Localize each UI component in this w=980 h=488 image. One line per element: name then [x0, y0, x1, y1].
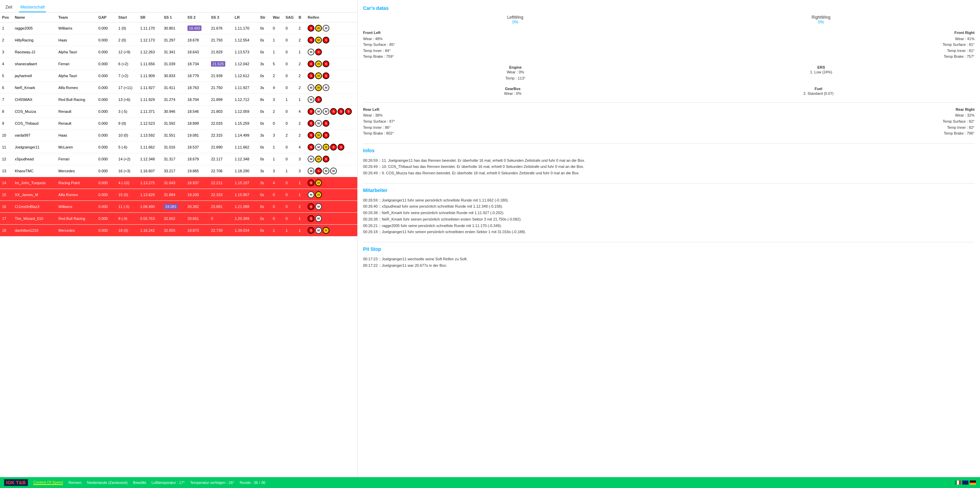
cell-ss3: 21.676 — [209, 22, 232, 34]
cell-reifen: SM — [305, 213, 357, 225]
tire-badge: M — [308, 156, 314, 162]
cell-sr: 1.13.620 — [138, 189, 162, 201]
cell-b: 2 — [297, 34, 306, 46]
cell-str: 0s — [258, 70, 270, 82]
tire-badge: S — [315, 168, 322, 174]
col-header-name: Name — [13, 13, 56, 22]
tire-badge: S — [308, 25, 314, 32]
cell-str: 0s — [258, 46, 270, 58]
cell-ss2: 20.382 — [185, 201, 209, 213]
cell-name: Cr1ms0nBlaz3 — [13, 201, 56, 213]
tire-badge: M — [323, 25, 329, 32]
cell-ss3: 0 — [209, 213, 232, 225]
info-line: 00:17:22 :: Joelgrainger11 war 20.677s i… — [363, 262, 975, 269]
cell-ss3: 23.881 — [209, 201, 232, 213]
cell-ss2: 18.679 — [185, 153, 209, 165]
infos-title: Infos — [363, 148, 975, 153]
cell-pos: 6 — [0, 82, 13, 94]
cell-start: 10 (0) — [116, 130, 138, 141]
cell-start: 15 (0) — [116, 189, 138, 201]
cell-reifen: SMS — [305, 117, 357, 130]
cell-pos: 16 — [0, 201, 13, 213]
table-row[interactable]: 12 xSpudhead Ferrari 0.000 14 (+2) 1.12.… — [0, 153, 357, 165]
tab-zeit[interactable]: Zeit — [4, 3, 14, 12]
cell-sr: 1.11.170 — [138, 22, 162, 34]
cell-lr: 1.13.573 — [233, 46, 258, 58]
table-row[interactable]: 1 ragge2005 Williams 0.000 1 (0) 1.11.17… — [0, 22, 357, 34]
left-wing: LeftWing 0% — [508, 15, 523, 24]
cell-b: 2 — [297, 70, 306, 82]
engine-item: Engine Wear : 0% Temp : 113° — [505, 65, 525, 81]
tire-badge: M — [315, 144, 322, 151]
cell-ss1: 31.317 — [162, 153, 185, 165]
cell-reifen: SH — [305, 177, 357, 189]
rear-right-temp-inner: Temp Inner : 82° — [943, 125, 975, 131]
cell-war: 1 — [271, 34, 283, 46]
tire-badge: M — [323, 108, 329, 115]
cell-ss3: 22.033 — [209, 117, 232, 130]
cell-ss2: 18.779 — [185, 70, 209, 82]
cell-war: 0 — [271, 189, 283, 201]
cell-b: 2 — [297, 82, 306, 94]
cell-ss1: 31.411 — [162, 82, 185, 94]
cell-ss1: 31.884 — [162, 189, 185, 201]
tire-badge: S — [337, 108, 344, 115]
table-row[interactable]: 10 varda997 Haas 0.000 10 (0) 1.13.592 3… — [0, 130, 357, 141]
front-left-temp-brake: Temp Brake : 759° — [363, 54, 395, 60]
cell-ss2: 18.734 — [185, 58, 209, 70]
cell-ss1: 32.662 — [162, 213, 185, 225]
table-row[interactable]: 18 danhilton1210 Mercedes 0.000 18 (0) 1… — [0, 225, 357, 236]
cell-ss1: 31.297 — [162, 34, 185, 46]
cell-start: 3 (-5) — [116, 106, 138, 117]
table-row[interactable]: 15 XX_James_M Alfa Romeo 0.000 15 (0) 1.… — [0, 189, 357, 201]
bottom-weather: Bewölkt — [133, 480, 146, 485]
table-row[interactable]: 17 The_Wizard_010 Red Bull Racing 0.000 … — [0, 213, 357, 225]
table-row[interactable]: 7 CH55MAX Red Bull Racing 0.000 13 (+6) … — [0, 94, 357, 106]
tire-badge: M — [308, 191, 314, 198]
col-header-str: Str — [258, 13, 270, 22]
cell-lr: 1.15.967 — [233, 189, 258, 201]
rear-left-info: Rear Left Wear : 38% Temp Surface : 87° … — [363, 107, 395, 136]
cell-reifen: SHM — [305, 22, 357, 34]
cell-str: 3s — [258, 130, 270, 141]
info-line: 00:26:59 :: Joelgrainger11 fuhr seine pe… — [363, 197, 975, 204]
front-left-label: Front Left — [363, 30, 395, 36]
table-row[interactable]: 9 COS_Thibaud Renault 0.000 9 (0) 1.12.5… — [0, 117, 357, 130]
cell-start: 9 (0) — [116, 117, 138, 130]
cell-start: 5 (-6) — [116, 141, 138, 153]
table-row[interactable]: 4 shanecallaert Ferrari 0.000 6 (+2) 1.1… — [0, 58, 357, 70]
cell-pos: 14 — [0, 177, 13, 189]
cell-name: xSpudhead — [13, 153, 56, 165]
cell-b: 1 — [297, 189, 306, 201]
table-row[interactable]: 2 HillyRacing Haas 0.000 2 (0) 1.12.173 … — [0, 34, 357, 46]
infos-section: Infos 00:26:59 :: 11. Joelgrainger11 has… — [363, 148, 975, 176]
tab-meisterschaft[interactable]: Meisterschaft — [19, 3, 46, 12]
cell-war: 2 — [271, 106, 283, 117]
col-header-sr: SR — [138, 13, 162, 22]
gearbox-wear: Wear : 0% — [504, 91, 521, 97]
tire-badge: S — [330, 144, 337, 151]
cell-sag: 0 — [283, 201, 296, 213]
table-row[interactable]: 5 jayhartnell Alpha Tauri 0.000 7 (+2) 1… — [0, 70, 357, 82]
table-row[interactable]: 6 NeR_Kmark Alfa Romeo 0.000 17 (+11) 1.… — [0, 82, 357, 94]
cell-ss2: 18.493 — [185, 22, 209, 34]
bottom-contest-name[interactable]: Contest Of Speed — [33, 480, 63, 485]
table-row[interactable]: 3 Raceway-JJ Alpha Tauri 0.000 12 (+9) 1… — [0, 46, 357, 58]
cell-sag: 1 — [283, 225, 296, 236]
table-row[interactable]: 11 Joelgrainger11 McLaren 0.000 5 (-6) 1… — [0, 141, 357, 153]
cell-lr: 1.11.662 — [233, 141, 258, 153]
table-row[interactable]: 14 Im_John_Turquois Racing Point 0.000 4… — [0, 177, 357, 189]
cell-start: 11 (-5) — [116, 201, 138, 213]
bottom-rennen[interactable]: Rennen — [68, 480, 82, 485]
info-line: 00:26:38 :: NeR_Kmark fuhr seinen persön… — [363, 216, 975, 223]
flag-italy — [955, 480, 961, 485]
table-row[interactable]: 8 COS_Muzza Renault 0.000 3 (-5) 1.11.37… — [0, 106, 357, 117]
cell-ss1: 31.341 — [162, 46, 185, 58]
cell-ss3: 21.939 — [209, 70, 232, 82]
cell-team: Mercedes — [56, 165, 97, 177]
table-row[interactable]: 16 Cr1ms0nBlaz3 Williams 0.000 11 (-5) 1… — [0, 201, 357, 213]
bottom-round: Runde : 36 / 36 — [240, 480, 265, 485]
cell-name: danhilton1210 — [13, 225, 56, 236]
table-row[interactable]: 13 KhaosTMC Mercedes 0.000 16 (+3) 1.16.… — [0, 165, 357, 177]
tire-badge: M — [315, 215, 322, 222]
